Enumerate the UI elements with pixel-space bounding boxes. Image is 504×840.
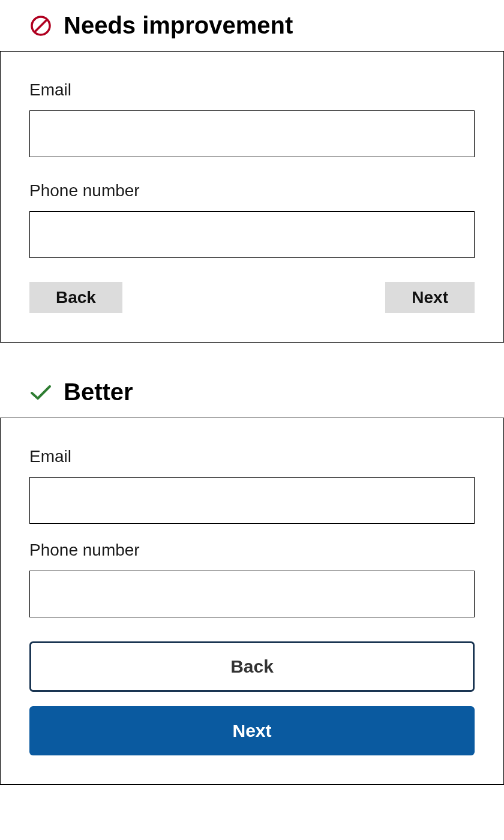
email-input[interactable]: [29, 477, 475, 524]
phone-label: Phone number: [29, 181, 475, 200]
prohibited-icon: [30, 15, 52, 37]
email-field-group: Email: [29, 447, 475, 524]
email-input[interactable]: [29, 110, 475, 157]
phone-field-group: Phone number: [29, 181, 475, 258]
bad-example-header: Needs improvement: [0, 0, 504, 51]
phone-input[interactable]: [29, 571, 475, 617]
good-example-header: Better: [0, 367, 504, 418]
phone-label: Phone number: [29, 541, 475, 560]
next-button[interactable]: Next: [385, 282, 475, 313]
next-button[interactable]: Next: [29, 706, 475, 755]
phone-field-group: Phone number: [29, 541, 475, 617]
email-label: Email: [29, 447, 475, 466]
email-field-group: Email: [29, 80, 475, 157]
bad-example-title: Needs improvement: [64, 12, 293, 39]
back-button[interactable]: Back: [29, 282, 122, 313]
good-example-box: Email Phone number Back Next: [0, 418, 504, 785]
back-button[interactable]: Back: [29, 641, 475, 692]
phone-input[interactable]: [29, 211, 475, 258]
good-example-title: Better: [64, 379, 133, 406]
check-icon: [30, 384, 52, 401]
svg-line-1: [35, 19, 47, 32]
button-row: Back Next: [29, 282, 475, 313]
email-label: Email: [29, 80, 475, 100]
bad-example-box: Email Phone number Back Next: [0, 51, 504, 343]
